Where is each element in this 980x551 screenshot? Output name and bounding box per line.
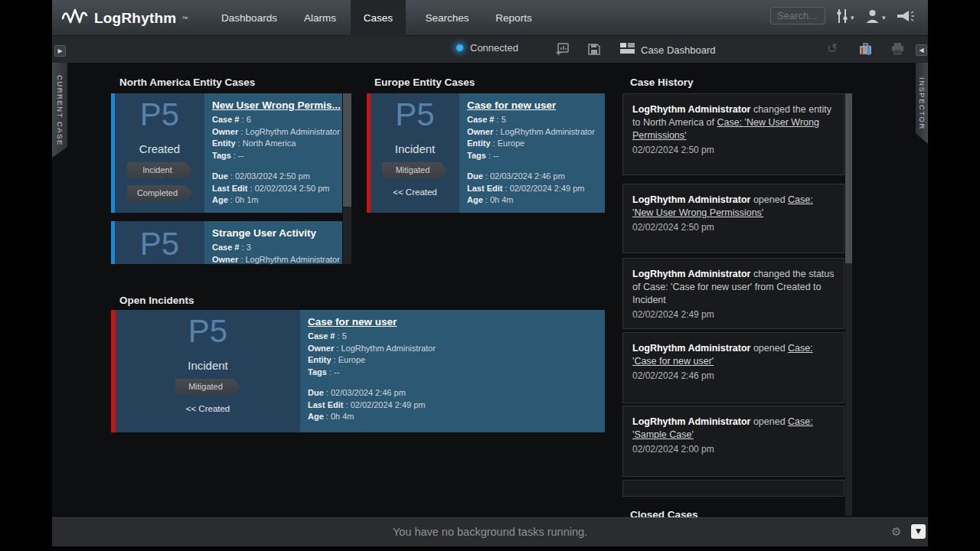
priority-label: P5 [140,98,179,132]
case-management-button[interactable] [859,43,872,58]
priority-label: P5 [188,315,227,348]
gear-icon[interactable]: ⚙ [891,525,901,539]
history-timestamp: 02/02/2024 2:49 pm [632,309,836,320]
triangle-down-icon: ▼ [916,527,921,535]
case-card-status-pane: P5 Created Incident Completed [115,93,204,213]
case-card-details-pane: New User Wrong Permis... Case #6 OwnerLo… [204,93,342,213]
nav-item-cases[interactable]: Cases [351,0,406,36]
add-widget-button[interactable] [556,43,569,58]
case-title-link[interactable]: Case for new user [308,316,597,328]
announcements-button[interactable] [896,10,915,27]
connected-dot-icon [456,44,463,51]
case-card-details-pane: Case for new user Case #5 OwnerLogRhythm… [459,93,605,213]
status-action-mitigated-button[interactable]: Mitigated [175,379,241,395]
case-title-link[interactable]: New User Wrong Permis... [212,99,335,111]
case-card-status-pane: P5 Incident Mitigated << Created [371,93,459,213]
case-history-entry-partial [622,480,844,497]
case-history-scrollbar[interactable] [844,93,852,516]
logrhythm-waveform-icon [61,7,89,30]
dashboard-grid-icon [620,43,635,57]
nav-item-alarms[interactable]: Alarms [296,0,345,36]
undo-icon: ↺ [827,41,838,56]
status-action-incident-button[interactable]: Incident [127,162,193,178]
nav-item-searches[interactable]: Searches [416,0,478,36]
scrollbar-thumb[interactable] [845,93,852,263]
current-case-tab-label: CURRENT CASE [56,75,64,146]
inspector-tab-label: INSPECTOR [918,77,926,130]
case-card-status-pane: P5 [115,221,204,264]
background-task-message: You have no background tasks running. [52,526,928,538]
case-card-details-pane: Case for new user Case #5 OwnerLogRhythm… [300,310,605,432]
section-title-open-incidents: Open Incidents [119,295,194,306]
revert-status-link[interactable]: << Created [393,187,437,197]
dashboard-toolbar: ▶ Connected [52,36,928,63]
case-history-entry: LogRhythm Administrator opened Case: 'Ne… [622,184,844,253]
section-title-europe: Europe Entity Cases [374,77,475,88]
filter-settings-button[interactable]: ▾ [836,8,854,27]
case-status-label: Incident [188,359,228,372]
current-case-tab[interactable]: CURRENT CASE [52,63,67,158]
undo-button[interactable]: ↺ [827,42,838,56]
case-history-entry: LogRhythm Administrator changed the enti… [622,93,844,175]
printer-icon [891,44,904,57]
scrollbar-thumb[interactable] [343,93,351,207]
expand-current-case-button[interactable]: ▶ [54,45,66,57]
case-card-open-incident: P5 Incident Mitigated << Created Case fo… [111,310,605,432]
add-widget-icon [556,44,569,57]
dashboard-name-label: Case Dashboard [641,44,716,56]
search-input[interactable] [770,7,825,24]
case-title-link[interactable]: Strange User Activity [212,227,335,239]
history-timestamp: 02/02/2024 2:50 pm [632,145,836,155]
logrhythm-app: LogRhythm ™ Dashboards Alarms Cases Sear… [0,0,980,551]
case-card-new-user-wrong-permissions: P5 Created Incident Completed New User W… [111,93,342,213]
print-button[interactable] [891,43,904,58]
chevron-down-icon: ▾ [851,14,854,21]
save-icon [588,44,600,57]
case-card-strange-user-activity: P5 Strange User Activity Case #3 OwnerLo… [111,221,342,264]
history-timestamp: 02/02/2024 2:00 pm [632,444,836,455]
case-history-entry: LogRhythm Administrator opened Case: 'Sa… [622,406,844,477]
section-title-case-history: Case History [630,77,694,88]
case-card-europe: P5 Incident Mitigated << Created Case fo… [367,93,605,213]
collapse-inspector-button[interactable]: ◀ [916,44,927,56]
megaphone-icon [896,10,915,27]
history-timestamp: 02/02/2024 2:50 pm [632,222,836,233]
sliders-icon [836,8,848,27]
logo-trademark: ™ [181,15,188,22]
case-status-label: Incident [395,142,436,155]
case-briefcase-icon [859,44,872,57]
priority-label: P5 [395,98,434,132]
connection-status: Connected [456,42,518,54]
top-nav-bar: LogRhythm ™ Dashboards Alarms Cases Sear… [52,0,928,36]
triangle-right-icon: ▶ [57,47,62,54]
logrhythm-logo[interactable]: LogRhythm ™ [61,7,188,30]
section-title-north-america: North America Entity Cases [119,77,255,88]
background-task-bar: You have no background tasks running. ⚙ … [52,517,928,546]
inspector-tab[interactable]: INSPECTOR [916,63,928,144]
dashboard-selector[interactable]: Case Dashboard [620,43,716,57]
status-action-completed-button[interactable]: Completed [127,185,193,201]
history-timestamp: 02/02/2024 2:46 pm [632,370,836,381]
user-icon [865,8,880,27]
save-dashboard-button[interactable] [588,43,600,58]
case-status-label: Created [139,142,180,155]
nav-item-reports[interactable]: Reports [487,0,541,36]
case-card-status-pane: P5 Incident Mitigated << Created [116,310,300,432]
app-frame: LogRhythm ™ Dashboards Alarms Cases Sear… [52,0,928,546]
case-card-details-pane: Strange User Activity Case #3 OwnerLogRh… [204,221,342,264]
user-menu-button[interactable]: ▾ [865,8,886,27]
logo-text: LogRhythm [94,10,176,27]
case-title-link[interactable]: Case for new user [467,99,597,111]
north-america-scrollbar[interactable] [342,93,351,264]
chevron-down-icon: ▾ [882,14,886,21]
connection-status-label: Connected [470,42,518,54]
dashboard-content: CURRENT CASE INSPECTOR North America Ent… [52,63,928,546]
nav-item-dashboards[interactable]: Dashboards [209,0,289,36]
triangle-left-icon: ◀ [919,47,923,54]
status-action-mitigated-button[interactable]: Mitigated [382,162,448,178]
priority-label: P5 [140,227,179,261]
case-history-entry: LogRhythm Administrator opened Case: 'Ca… [622,332,844,403]
task-panel-toggle-button[interactable]: ▼ [911,524,926,539]
case-history-entry: LogRhythm Administrator changed the stat… [622,258,844,329]
revert-status-link[interactable]: << Created [186,404,230,413]
